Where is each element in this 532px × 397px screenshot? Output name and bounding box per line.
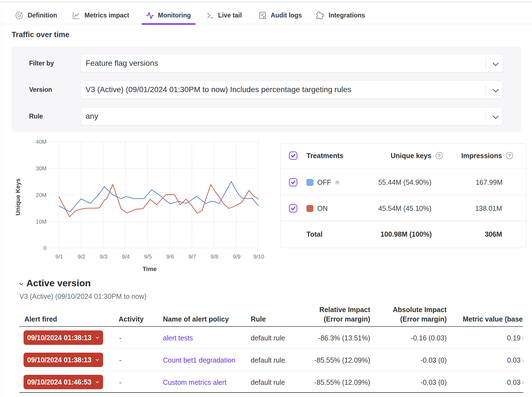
svg-text:9/4: 9/4 (122, 254, 130, 260)
svg-text:10M: 10M (36, 219, 47, 225)
svg-text:9/10: 9/10 (254, 254, 264, 260)
svg-text:40M: 40M (36, 139, 47, 145)
svg-text:9/8: 9/8 (211, 254, 218, 260)
svg-text:Unique Keys: Unique Keys (14, 178, 21, 215)
svg-text:9/7: 9/7 (188, 254, 196, 260)
svg-text:9/2: 9/2 (78, 254, 85, 260)
svg-text:0: 0 (44, 245, 47, 251)
svg-text:9/1: 9/1 (55, 254, 63, 260)
svg-text:9/6: 9/6 (166, 254, 174, 260)
svg-text:9/3: 9/3 (100, 254, 108, 260)
svg-text:30M: 30M (36, 165, 47, 171)
svg-text:9/9: 9/9 (233, 254, 241, 260)
svg-text:9/5: 9/5 (144, 254, 152, 260)
svg-text:Time: Time (143, 265, 157, 272)
svg-text:20M: 20M (36, 192, 47, 198)
